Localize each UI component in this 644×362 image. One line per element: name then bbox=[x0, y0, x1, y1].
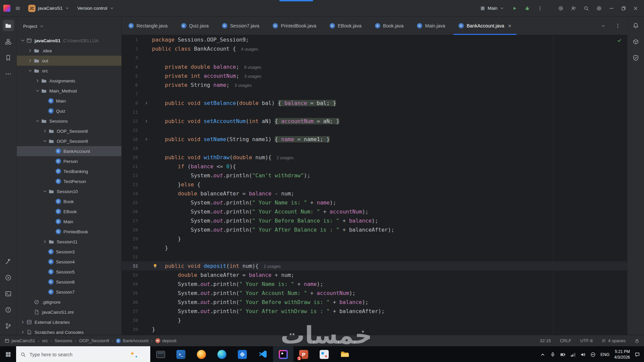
breadcrumb-BankAccount[interactable]: CBankAccount bbox=[116, 338, 149, 343]
services-icon[interactable] bbox=[3, 272, 14, 283]
at-mentions-button[interactable] bbox=[555, 3, 566, 13]
microphone-icon[interactable] bbox=[550, 352, 555, 357]
chevron-right-icon[interactable] bbox=[27, 58, 34, 63]
tree-item-Session5[interactable]: CSession5 bbox=[17, 267, 121, 277]
code-line-16[interactable]: 16 public void setName(String name1) { n… bbox=[122, 135, 627, 144]
code-line-4[interactable]: 4 private double balance;6 usages bbox=[122, 62, 627, 71]
search-everywhere-button[interactable] bbox=[581, 3, 592, 13]
edge-icon[interactable] bbox=[212, 346, 232, 362]
usages-hint[interactable]: 3 usages bbox=[244, 74, 261, 79]
vscode-icon[interactable] bbox=[253, 346, 273, 362]
battery-icon[interactable] bbox=[560, 352, 566, 357]
tree-item-Session10[interactable]: Session10 bbox=[17, 186, 121, 196]
tree-item-Person[interactable]: CPerson bbox=[17, 156, 121, 166]
code-line-3[interactable]: 3 bbox=[122, 53, 627, 62]
dependency-checker-icon[interactable] bbox=[630, 52, 642, 63]
code-line-32[interactable]: 32 public void deposit(int num){2 usages bbox=[122, 261, 627, 270]
chevron-right-icon[interactable] bbox=[42, 129, 48, 133]
tree-item-.gitignore[interactable]: .gitignore bbox=[17, 297, 121, 307]
tree-item-TestPerson[interactable]: CTestPerson bbox=[17, 176, 121, 186]
code-line-29[interactable]: 29 } bbox=[122, 234, 627, 243]
maximize-button[interactable] bbox=[619, 3, 629, 13]
tabs-list-button[interactable] bbox=[598, 21, 608, 31]
tree-item-BankAccount[interactable]: CBankAccount bbox=[17, 146, 121, 156]
tree-item-Quiz[interactable]: CQuiz bbox=[17, 106, 121, 116]
code-line-1[interactable]: 1package Sessions.OOP_Session9; bbox=[122, 35, 627, 44]
tree-item-Main[interactable]: CMain bbox=[17, 96, 121, 106]
code-line-24[interactable]: 24 double balanceAfter = balance - num; bbox=[122, 189, 627, 198]
version-control-icon[interactable] bbox=[3, 320, 14, 331]
chevron-down-icon[interactable] bbox=[34, 88, 41, 93]
tab-Book.java[interactable]: CBook.java bbox=[368, 17, 410, 35]
code-line-6[interactable]: 6 private String name;3 usages bbox=[122, 80, 627, 89]
code-line-28[interactable]: 28 System.out.println(" Your After Balan… bbox=[122, 225, 627, 234]
start-button[interactable] bbox=[0, 346, 16, 362]
build-icon[interactable] bbox=[3, 256, 14, 267]
file-explorer-icon[interactable] bbox=[334, 346, 355, 362]
breadcrumb-src[interactable]: src bbox=[42, 338, 48, 343]
chevron-right-icon[interactable] bbox=[19, 320, 26, 324]
tree-item-Session3[interactable]: CSession3 bbox=[17, 247, 121, 257]
chevron-down-icon[interactable] bbox=[34, 119, 41, 123]
code-line-30[interactable]: 30 } bbox=[122, 243, 627, 252]
readonly-lock-icon[interactable] bbox=[635, 339, 639, 343]
chevron-right-icon[interactable] bbox=[19, 330, 26, 335]
project-panel-header[interactable]: Project bbox=[17, 17, 121, 36]
usages-hint[interactable]: 3 usages bbox=[234, 83, 252, 88]
tab-Rectangle.java[interactable]: CRectangle.java bbox=[122, 17, 174, 35]
code-line-22[interactable]: 22 System.out.println("Can't withdraw"); bbox=[122, 171, 627, 180]
code-line-8[interactable]: 8 public void setBalance(double bal) { b… bbox=[122, 99, 627, 108]
usages-hint[interactable]: 2 usages bbox=[276, 156, 293, 160]
powerpoint-icon[interactable]: P1 bbox=[293, 346, 314, 362]
fold-arrow-icon[interactable] bbox=[141, 117, 152, 126]
tree-item-Scratches and Consoles[interactable]: Scratches and Consoles bbox=[17, 327, 121, 335]
code-line-37[interactable]: 37 System.out.println(" Your After withD… bbox=[122, 307, 627, 316]
action-center-icon[interactable] bbox=[635, 352, 640, 357]
chevron-right-icon[interactable] bbox=[27, 48, 34, 53]
bookmarks-icon[interactable] bbox=[3, 52, 14, 63]
terminal-icon[interactable] bbox=[3, 288, 14, 299]
tree-item-EBook[interactable]: CEBook bbox=[17, 206, 121, 217]
hamburger-menu-icon[interactable] bbox=[12, 3, 23, 13]
breadcrumb-deposit[interactable]: mdeposit bbox=[155, 338, 176, 343]
tree-item-Session4[interactable]: CSession4 bbox=[17, 257, 121, 267]
code-line-23[interactable]: 23 }else { bbox=[122, 180, 627, 189]
tree-item-Main_Method[interactable]: Main_Method bbox=[17, 86, 121, 96]
code-line-21[interactable]: 21 if (balance <= 0){ bbox=[122, 162, 627, 171]
problems-icon[interactable] bbox=[3, 304, 14, 315]
intellij-icon[interactable] bbox=[273, 346, 293, 362]
code-line-20[interactable]: 20 public void withDraw(double num){2 us… bbox=[122, 153, 627, 162]
chevron-down-icon[interactable] bbox=[42, 139, 48, 143]
code-line-15[interactable]: 15 bbox=[122, 126, 627, 135]
tab-Session7.java[interactable]: CSession7.java bbox=[215, 17, 266, 35]
code-line-34[interactable]: 34 System.out.println(" Your Name is: " … bbox=[122, 280, 627, 289]
chevron-right-icon[interactable] bbox=[34, 78, 41, 83]
code-line-39[interactable]: 39} bbox=[122, 325, 627, 334]
tree-item-OOP_Session8[interactable]: OOP_Session8 bbox=[17, 126, 121, 136]
usages-hint[interactable]: 2 usages bbox=[264, 264, 281, 269]
settings-button[interactable] bbox=[594, 3, 604, 13]
taskbar-search[interactable]: Type here to search ✦✦ bbox=[16, 346, 150, 362]
file-encoding[interactable]: UTF-8 bbox=[580, 338, 593, 343]
code-line-33[interactable]: 33 double balanceAfter = balance + num; bbox=[122, 270, 627, 280]
indent-widget[interactable]: 4 spaces bbox=[602, 338, 626, 343]
tree-item-Session11[interactable]: Session11 bbox=[17, 237, 121, 247]
project-widget[interactable]: JC javaCairoS1 bbox=[25, 3, 72, 13]
tab-Main.java[interactable]: CMain.java bbox=[410, 17, 452, 35]
search-highlights-icon[interactable]: ✦✦ bbox=[130, 351, 137, 358]
chevron-down-icon[interactable] bbox=[27, 68, 34, 73]
code-line-35[interactable]: 35 System.out.println(" Your Account Num… bbox=[122, 289, 627, 298]
run-button[interactable] bbox=[509, 3, 520, 13]
tree-item-Session7[interactable]: CSession7 bbox=[17, 287, 121, 297]
tree-item-.idea[interactable]: .idea bbox=[17, 46, 121, 56]
tree-item-Main[interactable]: CMain bbox=[17, 217, 121, 227]
inspections-ok-icon[interactable] bbox=[617, 38, 622, 43]
powershell-icon[interactable]: >_ bbox=[171, 346, 191, 362]
code-line-31[interactable]: 31 bbox=[122, 252, 627, 261]
code-line-2[interactable]: 2public class BankAccount {4 usages bbox=[122, 44, 627, 53]
tree-item-out[interactable]: out bbox=[17, 56, 121, 66]
tab-Quiz.java[interactable]: CQuiz.java bbox=[174, 17, 215, 35]
usages-hint[interactable]: 6 usages bbox=[244, 65, 261, 70]
tab-options-button[interactable] bbox=[612, 21, 623, 31]
photos-icon[interactable] bbox=[232, 346, 253, 362]
